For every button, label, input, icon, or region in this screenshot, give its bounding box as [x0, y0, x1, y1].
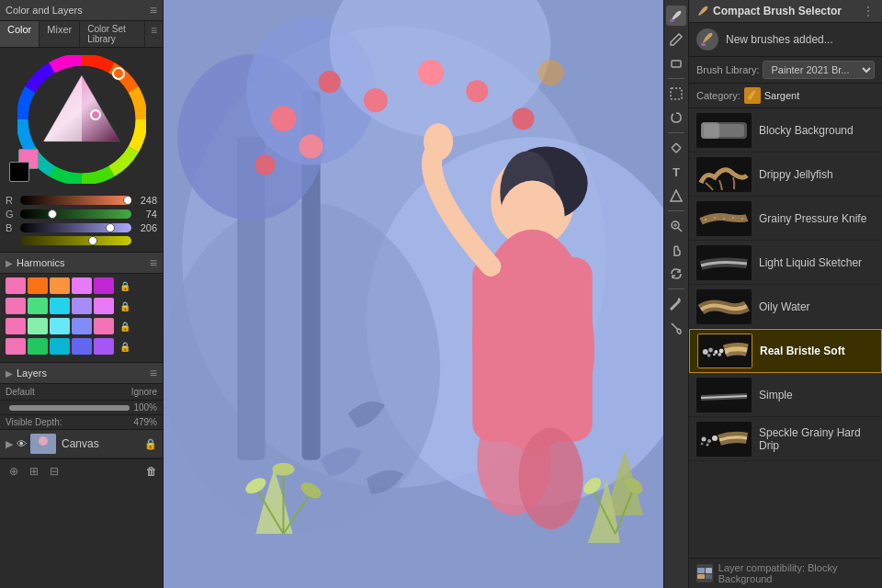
red-label: R	[6, 195, 17, 206]
extra-thumb[interactable]	[88, 236, 97, 245]
tool-shape[interactable]	[666, 186, 686, 206]
brush-library-select[interactable]: Painter 2021 Br...	[763, 61, 875, 79]
tool-eraser[interactable]	[666, 53, 686, 74]
svg-point-87	[701, 442, 704, 445]
tool-pencil[interactable]	[666, 29, 686, 50]
tool-transform[interactable]	[666, 138, 686, 158]
layers-default: Default	[6, 387, 35, 397]
harmony-swatch[interactable]	[94, 318, 114, 334]
brush-item-oily-water[interactable]: Oily Water	[689, 285, 882, 329]
harmony-swatch[interactable]	[28, 277, 48, 294]
canvas-lock-icon[interactable]: 🔒	[144, 438, 157, 450]
green-thumb[interactable]	[48, 209, 57, 219]
layer-visibility-icon[interactable]: 👁	[17, 438, 27, 449]
harmony-swatch[interactable]	[72, 318, 92, 334]
layer-expand-icon[interactable]: ▶	[6, 438, 13, 450]
color-wheel-area	[0, 48, 163, 191]
svg-point-46	[272, 463, 294, 476]
brush-item-light-liquid-sketcher[interactable]: Light Liquid Sketcher	[689, 241, 882, 285]
harmony-swatch[interactable]	[94, 338, 114, 355]
harmony-swatch[interactable]	[6, 298, 26, 314]
svg-point-38	[518, 428, 582, 529]
harmonics-expand-icon[interactable]: ▶	[6, 258, 13, 268]
layers-opacity-bar[interactable]	[9, 405, 130, 411]
svg-rect-50	[672, 61, 681, 67]
tool-zoom[interactable]	[666, 216, 686, 236]
harmony-swatch[interactable]	[50, 318, 70, 334]
layers-opacity-row: 100%	[0, 401, 163, 415]
brush-footer-icon	[696, 564, 713, 582]
tab-color-set-library[interactable]: Color Set Library	[80, 21, 145, 47]
red-slider[interactable]	[20, 196, 131, 205]
brush-item-drippy-jellyfish[interactable]: Drippy Jellyfish	[689, 153, 882, 197]
layers-delete-icon[interactable]: 🗑	[146, 465, 157, 478]
tab-color[interactable]: Color	[0, 21, 40, 47]
brush-item-speckle-grainy-hard-drip[interactable]: Speckle Grainy Hard Drip	[689, 417, 882, 461]
harmony-swatch[interactable]	[6, 277, 26, 294]
tool-select[interactable]	[666, 84, 686, 104]
green-slider[interactable]	[20, 209, 131, 219]
harmony-swatch[interactable]	[6, 338, 26, 355]
brush-name: Real Bristle Soft	[760, 345, 874, 357]
brush-footer: Layer compatibility: Blocky Background	[689, 558, 882, 588]
harmony-swatch[interactable]	[94, 277, 114, 294]
harmony-lock-icon[interactable]: 🔒	[119, 322, 130, 332]
tab-mixer[interactable]: Mixer	[40, 21, 80, 47]
svg-rect-51	[671, 88, 682, 99]
harmony-lock-icon[interactable]: 🔒	[119, 301, 130, 311]
tool-brush[interactable]	[666, 6, 686, 26]
svg-point-75	[719, 349, 724, 354]
harmony-swatch[interactable]	[94, 298, 114, 314]
harmony-swatch[interactable]	[72, 277, 92, 294]
svg-point-68	[741, 218, 743, 220]
layers-expand-icon[interactable]: ▶	[6, 368, 13, 379]
brush-item-grainy-pressure-knife[interactable]: Grainy Pressure Knife	[689, 197, 882, 241]
harmony-swatch[interactable]	[28, 298, 48, 314]
layers-add-icon[interactable]: ⊕	[6, 463, 22, 480]
harmony-swatch[interactable]	[50, 277, 70, 294]
left-panel-menu-icon[interactable]: ≡	[150, 3, 157, 17]
harmony-swatch[interactable]	[72, 298, 92, 314]
svg-rect-92	[706, 574, 712, 579]
brush-item-simple[interactable]: Simple	[689, 373, 882, 417]
brush-name: Drippy Jellyfish	[759, 168, 875, 181]
layers-mask-icon[interactable]: ⊟	[46, 463, 62, 480]
harmony-swatch[interactable]	[28, 318, 48, 334]
harmony-swatch[interactable]	[72, 338, 92, 355]
layers-group-icon[interactable]: ⊞	[26, 463, 42, 480]
svg-point-84	[702, 436, 707, 441]
blue-slider[interactable]	[20, 223, 131, 232]
layers-ignore: Ignore	[131, 387, 157, 397]
layers-label: Layers	[17, 368, 47, 379]
blue-thumb[interactable]	[106, 223, 115, 232]
layers-controls: Default Ignore	[0, 384, 163, 401]
layers-opacity-value: 100%	[133, 402, 157, 413]
tool-text[interactable]: T	[666, 162, 686, 182]
tool-color-pick[interactable]	[666, 294, 686, 314]
tool-rotate[interactable]	[666, 264, 686, 284]
tool-lasso[interactable]	[666, 107, 686, 128]
canvas-layer-row[interactable]: ▶ 👁 Canvas 🔒	[0, 430, 163, 458]
layers-visible-depth-row: Visible Depth: 479%	[0, 415, 163, 430]
tool-hand[interactable]	[666, 240, 686, 260]
tool-fill[interactable]	[666, 318, 686, 338]
brush-footer-text: Layer compatibility: Blocky Background	[718, 562, 875, 584]
harmonics-menu-icon[interactable]: ≡	[150, 255, 157, 270]
background-color[interactable]	[9, 162, 29, 182]
extra-slider-row	[6, 236, 157, 245]
extra-slider[interactable]	[20, 236, 131, 245]
color-tab-menu-icon[interactable]: ≡	[145, 21, 163, 47]
brush-panel-menu-icon[interactable]: ⋮	[862, 4, 875, 18]
brush-item-blocky-background[interactable]: Blocky Background	[689, 108, 882, 153]
harmony-lock-icon[interactable]: 🔒	[119, 281, 130, 291]
harmony-swatch[interactable]	[50, 298, 70, 314]
harmony-swatch[interactable]	[6, 318, 26, 334]
harmony-lock-icon[interactable]: 🔒	[119, 342, 130, 352]
harmony-swatch[interactable]	[28, 338, 48, 355]
toolbar-divider	[668, 78, 684, 79]
harmony-swatch[interactable]	[50, 338, 70, 355]
svg-point-74	[714, 350, 718, 354]
brush-item-real-bristle-soft[interactable]: Real Bristle Soft	[689, 329, 882, 373]
red-thumb[interactable]	[123, 196, 131, 205]
layers-menu-icon[interactable]: ≡	[150, 366, 157, 380]
